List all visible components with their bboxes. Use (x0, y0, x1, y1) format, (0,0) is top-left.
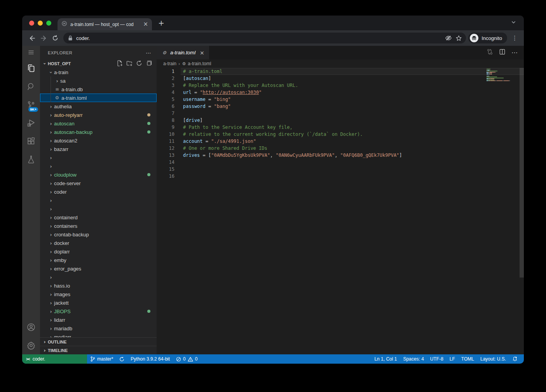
tree-item-doplarr[interactable]: ›doplarr (40, 247, 157, 256)
close-window-button[interactable] (29, 21, 34, 26)
code-line-11[interactable]: 11account = "./sa/4991.json" (157, 138, 524, 145)
browser-tab[interactable]: a-train.toml — host_opt — cod × (58, 18, 152, 30)
new-file-icon[interactable] (117, 60, 123, 67)
code-line-12[interactable]: 12# One or more Shared Drive IDs (157, 145, 524, 152)
tree-item-crontab-backup[interactable]: ›crontab-backup (40, 230, 157, 239)
new-folder-icon[interactable] (126, 60, 133, 67)
refresh-icon[interactable] (136, 60, 142, 67)
tree-item-authelia[interactable]: ›authelia (40, 102, 157, 111)
run-debug-icon[interactable] (22, 114, 40, 132)
editor-tab[interactable]: ⚙ a-train.toml × (157, 46, 209, 59)
menu-icon[interactable] (22, 46, 40, 59)
code-line-9[interactable]: 9# Path to the Service Account key file, (157, 124, 524, 131)
settings-gear-icon[interactable] (22, 336, 40, 354)
open-changes-icon[interactable] (487, 49, 493, 57)
tree-item-autoscan-backup[interactable]: ›autoscan-backup (40, 128, 157, 136)
code-line-4[interactable]: 4url = "http://autoscan:3030" (157, 89, 524, 96)
explorer-more-actions-icon[interactable]: ⋯ (146, 50, 151, 56)
cursor-position[interactable]: Ln 1, Col 1 (371, 354, 400, 364)
reload-button[interactable] (49, 32, 61, 44)
tree-item-unnamed[interactable]: › (40, 273, 157, 281)
tree-item-emby[interactable]: ›emby (40, 256, 157, 264)
eol-status[interactable]: LF (447, 354, 458, 364)
tree-item-hass.io[interactable]: ›hass.io (40, 281, 157, 290)
tree-item-sa[interactable]: ›sa (40, 76, 157, 85)
git-branch-status[interactable]: master* (87, 354, 116, 364)
editor-tab-close-icon[interactable]: × (200, 50, 204, 56)
tree-item-code-server[interactable]: ›code-server (40, 179, 157, 187)
tree-item-images[interactable]: ›images (40, 290, 157, 298)
tree-item-autoscan2[interactable]: ›autoscan2 (40, 136, 157, 145)
eye-off-icon[interactable] (445, 35, 452, 42)
search-icon[interactable] (22, 77, 40, 95)
code-line-13[interactable]: 13drives = ["0AMdbDu5YgKbsUk9PVA", "0AN6… (157, 152, 524, 159)
workspace-root[interactable]: › HOST_OPT (40, 59, 157, 68)
code-line-6[interactable]: 6password = "bang" (157, 103, 524, 110)
code-line-15[interactable]: 15 (157, 166, 524, 173)
tree-item-unnamed[interactable]: › (40, 205, 157, 213)
minimap[interactable] (487, 69, 518, 84)
tree-item-cloudplow[interactable]: ›cloudplow (40, 170, 157, 179)
tree-item-unnamed[interactable]: › (40, 196, 157, 205)
timeline-section[interactable]: › TIMELINE (40, 346, 157, 354)
breadcrumb[interactable]: a-train › ⚙ a-train.toml (157, 59, 524, 68)
tree-item-containerd[interactable]: ›containerd (40, 213, 157, 222)
language-mode[interactable]: TOML (458, 354, 477, 364)
extensions-icon[interactable] (22, 132, 40, 150)
code-line-2[interactable]: 2[autoscan] (157, 75, 524, 82)
code-line-7[interactable]: 7 (157, 110, 524, 117)
collapse-all-icon[interactable] (146, 60, 152, 67)
url-text[interactable]: coder. (76, 35, 441, 41)
tree-item-coder[interactable]: ›coder (40, 187, 157, 196)
zoom-window-button[interactable] (46, 21, 51, 26)
code-editor[interactable]: 1# a-train.toml2[autoscan]3# Replace the… (157, 68, 524, 354)
bookmark-star-icon[interactable] (455, 35, 462, 42)
forward-button[interactable] (38, 32, 49, 44)
tree-item-jackett[interactable]: ›jackett (40, 298, 157, 307)
source-control-icon[interactable]: 9K+ (22, 95, 40, 114)
python-interpreter[interactable]: Python 3.9.2 64-bit (127, 354, 173, 364)
tree-item-a-train[interactable]: ›a-train (40, 68, 157, 76)
account-icon[interactable] (22, 318, 40, 336)
tree-item-docker[interactable]: ›docker (40, 239, 157, 247)
breadcrumb-file[interactable]: a-train.toml (188, 61, 211, 66)
tree-item-mediarr[interactable]: ›mediarr (40, 333, 157, 337)
code-line-16[interactable]: 16 (157, 173, 524, 180)
code-line-3[interactable]: 3# Replace the URL with your Autoscan UR… (157, 82, 524, 89)
tree-item-unnamed[interactable]: › (40, 153, 157, 162)
explorer-icon[interactable] (22, 59, 40, 77)
tree-item-bazarr[interactable]: ›bazarr (40, 145, 157, 153)
indentation-status[interactable]: Spaces: 4 (400, 354, 427, 364)
tree-item-unnamed[interactable]: › (40, 162, 157, 170)
tree-item-error_pages[interactable]: ›error_pages (40, 264, 157, 273)
tree-item-auto-replyarr[interactable]: ›auto-replyarr (40, 111, 157, 119)
editor-scrollbar[interactable] (520, 68, 524, 278)
tree-item-a-train.db[interactable]: ≡a-train.db (40, 85, 157, 94)
breadcrumb-folder[interactable]: a-train (163, 61, 176, 66)
keyboard-layout[interactable]: Layout: U.S. (477, 354, 509, 364)
minimize-window-button[interactable] (38, 21, 43, 26)
editor-more-icon[interactable]: ⋯ (511, 49, 518, 56)
testing-icon[interactable] (22, 150, 40, 168)
problems-status[interactable]: 0 0 (173, 354, 201, 364)
code-line-10[interactable]: 10# relative to the current working dire… (157, 131, 524, 138)
new-tab-button[interactable]: + (152, 19, 164, 30)
outline-section[interactable]: › OUTLINE (40, 337, 157, 346)
notifications[interactable] (509, 354, 521, 364)
code-line-14[interactable]: 14 (157, 159, 524, 166)
tree-item-lidarr[interactable]: ›lidarr (40, 316, 157, 324)
tree-item-JBOPS[interactable]: ›JBOPS (40, 307, 157, 316)
sync-status[interactable] (116, 354, 127, 364)
code-line-1[interactable]: 1# a-train.toml (157, 68, 524, 75)
tree-item-mariadb[interactable]: ›mariadb (40, 324, 157, 333)
remote-indicator[interactable]: >< coder. (22, 354, 87, 364)
browser-menu-icon[interactable]: ⋮ (507, 35, 520, 42)
code-line-5[interactable]: 5username = "bing" (157, 96, 524, 103)
encoding-status[interactable]: UTF-8 (427, 354, 447, 364)
address-bar[interactable]: coder. (63, 33, 466, 43)
tab-search-chevron-icon[interactable] (511, 19, 516, 26)
tree-item-a-train.toml[interactable]: ⚙a-train.toml (40, 94, 157, 102)
tree-item-autoscan[interactable]: ›autoscan (40, 119, 157, 128)
code-line-8[interactable]: 8[drive] (157, 117, 524, 124)
split-editor-icon[interactable] (499, 49, 505, 56)
